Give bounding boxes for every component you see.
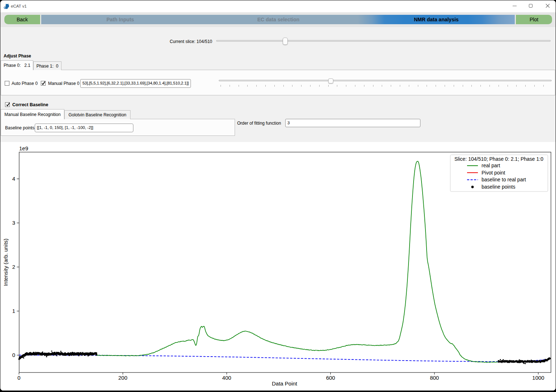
svg-text:baseline points: baseline points — [482, 184, 515, 190]
svg-text:400: 400 — [222, 375, 231, 381]
svg-text:Pivot point: Pivot point — [482, 170, 505, 176]
svg-text:Slice: 104/510; Phase 0: 2.1;: Slice: 104/510; Phase 0: 2.1; Phase 1:0 — [454, 156, 543, 162]
svg-text:3: 3 — [12, 220, 15, 226]
svg-text:1e9: 1e9 — [19, 145, 28, 151]
svg-text:1000: 1000 — [532, 375, 544, 381]
svg-text:Data Point: Data Point — [272, 380, 298, 387]
svg-text:1: 1 — [12, 308, 15, 314]
svg-text:200: 200 — [118, 375, 127, 381]
svg-text:600: 600 — [326, 375, 335, 381]
svg-text:800: 800 — [430, 375, 439, 381]
svg-text:4: 4 — [12, 176, 15, 182]
svg-text:baseline to real part: baseline to real part — [482, 177, 526, 182]
svg-text:0: 0 — [12, 352, 15, 358]
svg-text:real part: real part — [482, 163, 500, 168]
svg-text:2: 2 — [12, 264, 15, 270]
svg-text:0: 0 — [17, 375, 20, 381]
svg-text:Intensity (arb. units): Intensity (arb. units) — [3, 238, 9, 286]
